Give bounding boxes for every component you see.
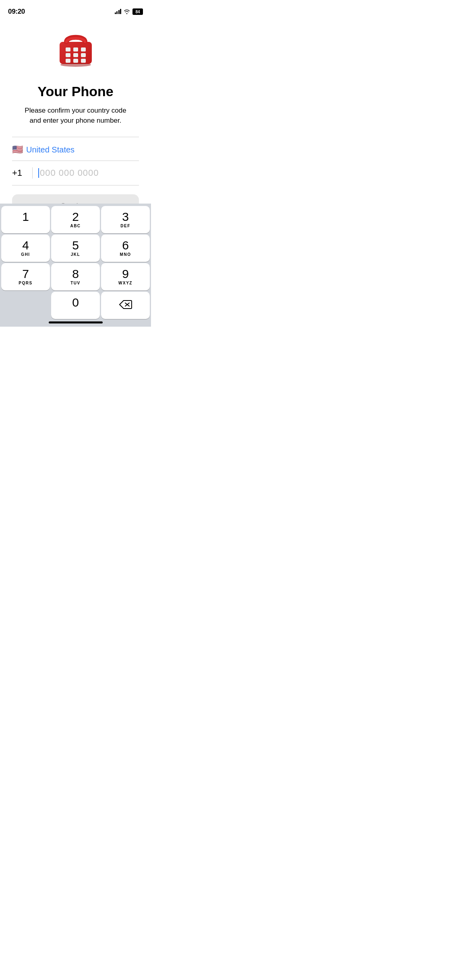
country-flag-icon: 🇺🇸 xyxy=(12,144,23,155)
status-time: 09:20 xyxy=(8,8,25,16)
svg-rect-3 xyxy=(73,47,78,51)
keypad-grid: 1 2 ABC 3 DEF 4 GHI 5 JKL 6 MNO 7 PQRS xyxy=(1,206,150,319)
text-cursor xyxy=(38,168,39,178)
key-4[interactable]: 4 GHI xyxy=(1,235,50,262)
main-content: Your Phone Please confirm your country c… xyxy=(0,18,151,218)
svg-rect-5 xyxy=(66,53,70,57)
key-0[interactable]: 0 xyxy=(51,292,100,319)
backspace-button[interactable] xyxy=(101,292,150,319)
key-7[interactable]: 7 PQRS xyxy=(1,263,50,290)
top-divider xyxy=(12,137,139,137)
key-2[interactable]: 2 ABC xyxy=(51,206,100,233)
svg-rect-8 xyxy=(66,59,70,63)
numeric-keypad: 1 2 ABC 3 DEF 4 GHI 5 JKL 6 MNO 7 PQRS xyxy=(0,204,151,327)
key-9[interactable]: 9 WXYZ xyxy=(101,263,150,290)
wifi-icon xyxy=(124,9,130,14)
key-3[interactable]: 3 DEF xyxy=(101,206,150,233)
home-bar xyxy=(49,321,103,323)
svg-rect-10 xyxy=(81,59,86,63)
key-8[interactable]: 8 TUV xyxy=(51,263,100,290)
phone-icon xyxy=(54,30,98,76)
battery-icon: 84 xyxy=(132,8,143,15)
page-subtitle: Please confirm your country codeand ente… xyxy=(25,106,126,126)
phone-placeholder: 000 000 0000 xyxy=(40,168,99,178)
input-divider xyxy=(32,167,33,179)
signal-bars-icon xyxy=(115,9,122,14)
phone-input-row: +1 000 000 0000 xyxy=(12,161,139,185)
svg-rect-9 xyxy=(73,59,78,63)
key-5[interactable]: 5 JKL xyxy=(51,235,100,262)
page-title: Your Phone xyxy=(37,84,113,99)
svg-rect-4 xyxy=(81,47,86,51)
backspace-icon xyxy=(119,300,132,312)
country-selector[interactable]: 🇺🇸 United States xyxy=(12,143,139,161)
svg-rect-7 xyxy=(81,53,86,57)
status-icons: 84 xyxy=(115,8,143,15)
svg-rect-6 xyxy=(73,53,78,57)
telephone-illustration xyxy=(54,30,98,70)
key-6[interactable]: 6 MNO xyxy=(101,235,150,262)
country-code-label: +1 xyxy=(12,168,27,178)
key-empty xyxy=(1,292,50,319)
svg-point-11 xyxy=(60,63,91,67)
svg-rect-2 xyxy=(66,47,70,51)
home-indicator xyxy=(1,319,150,327)
key-1[interactable]: 1 xyxy=(1,206,50,233)
status-bar: 09:20 84 xyxy=(0,0,151,18)
country-name-label: United States xyxy=(26,145,74,154)
